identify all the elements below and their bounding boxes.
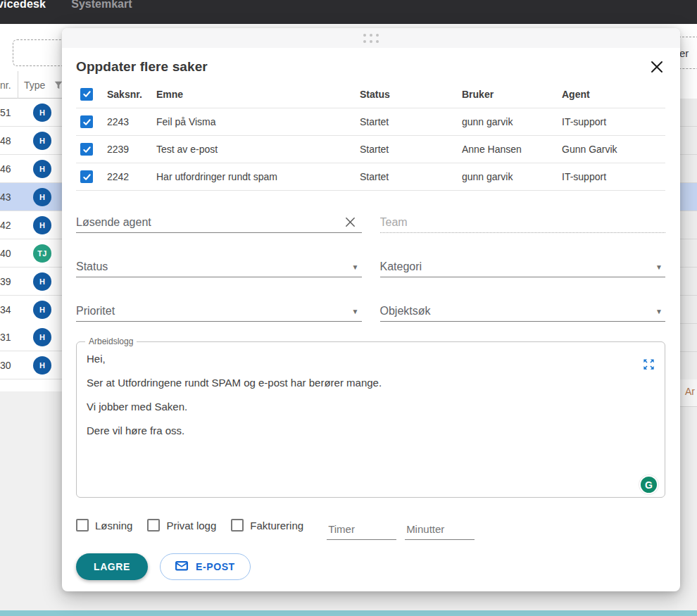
privat-logg-checkbox[interactable]: Privat logg	[147, 519, 216, 532]
case-number-fragment: 48	[0, 135, 11, 146]
grammarly-icon[interactable]: G	[639, 475, 658, 494]
background-row-fragment	[677, 239, 697, 268]
team-input[interactable]	[380, 214, 666, 229]
background-case-row[interactable]: 51H	[0, 99, 68, 127]
minutter-input[interactable]	[405, 523, 475, 540]
fakturering-checkbox[interactable]: Fakturering	[231, 519, 303, 532]
team-field[interactable]	[380, 214, 666, 233]
timer-input[interactable]	[327, 523, 396, 540]
arbeidslogg-textarea[interactable]: Arbeidslogg Hei, Ser at Utfordringene ru…	[76, 337, 665, 498]
header-agent: Agent	[562, 89, 665, 100]
case-number-fragment: 46	[0, 163, 11, 175]
right-edge-tail	[677, 407, 697, 610]
nav-item-systemkart[interactable]: Systemkart	[71, 0, 132, 12]
selected-case-row[interactable]: 2242Har utfordringer rundt spamStartetgu…	[76, 163, 665, 191]
background-case-row[interactable]: 34H	[0, 296, 68, 324]
case-type-avatar[interactable]: H	[33, 188, 51, 206]
arbeidslogg-content[interactable]: Hei, Ser at Utfordringene rundt SPAM og …	[77, 346, 665, 443]
background-row-text-fragment: Ar	[677, 379, 697, 407]
chevron-down-icon[interactable]: ▼	[352, 308, 359, 315]
selected-case-row[interactable]: 2243Feil på VismaStartetgunn garvikIT-su…	[76, 108, 665, 136]
arbeidslogg-label: Arbeidslogg	[85, 337, 137, 346]
case-type-avatar[interactable]: TJ	[33, 244, 51, 263]
case-type-avatar[interactable]: H	[33, 272, 51, 291]
dialog-title: Oppdater flere saker	[76, 59, 208, 75]
background-case-row[interactable]: 30H	[0, 351, 68, 379]
losende-agent-label: Løsende agent	[76, 216, 151, 229]
dialog-drag-handle[interactable]	[62, 28, 680, 48]
table-header-row: Saksnr. Emne Status Bruker Agent	[76, 80, 665, 108]
app-brand[interactable]: vicedesk	[0, 0, 46, 12]
losning-checkbox[interactable]: Løsning	[76, 519, 132, 532]
kategori-select[interactable]: Kategori ▼	[380, 258, 666, 277]
email-button[interactable]: E-POST	[160, 553, 251, 580]
background-row-fragment	[677, 211, 697, 239]
bulk-update-form: Løsende agent Status ▼ Kategori ▼ Priori…	[76, 214, 665, 322]
row-checkbox[interactable]	[80, 143, 93, 156]
background-case-row[interactable]: 40TJ	[0, 239, 68, 268]
prioritet-label: Prioritet	[76, 305, 115, 318]
chevron-down-icon[interactable]: ▼	[655, 263, 663, 271]
prioritet-select[interactable]: Prioritet ▼	[76, 303, 362, 322]
cell-bruker: gunn garvik	[462, 116, 562, 127]
save-button[interactable]: LAGRE	[76, 553, 148, 580]
case-number-fragment: 42	[0, 220, 11, 231]
case-type-avatar[interactable]: H	[33, 216, 51, 234]
top-navigation-bar: vicedesk Systemkart	[0, 0, 697, 24]
case-number-fragment: 34	[0, 304, 11, 315]
selected-case-row[interactable]: 2239Test av e-postStartetAnne HansenGunn…	[76, 136, 665, 163]
cell-saksnr: 2243	[107, 116, 156, 127]
case-type-avatar[interactable]: H	[33, 160, 51, 178]
header-bruker: Bruker	[462, 89, 562, 100]
background-row-fragment	[677, 99, 697, 127]
row-checkbox[interactable]	[80, 170, 93, 183]
case-number-fragment: 30	[0, 360, 11, 371]
cell-status: Startet	[360, 171, 462, 182]
background-row-fragment	[677, 183, 697, 211]
background-row-fragment	[677, 352, 697, 380]
losende-agent-field[interactable]: Løsende agent	[76, 214, 362, 233]
background-case-row[interactable]: 48H	[0, 127, 68, 155]
chevron-down-icon[interactable]: ▼	[352, 263, 359, 271]
case-number-fragment: 51	[0, 107, 11, 118]
header-status: Status	[360, 89, 462, 100]
case-type-avatar[interactable]: H	[33, 328, 51, 346]
status-select[interactable]: Status ▼	[76, 258, 362, 277]
background-case-row[interactable]: 39H	[0, 268, 68, 296]
log-line: Hei,	[87, 347, 655, 371]
case-type-avatar[interactable]: H	[33, 132, 51, 150]
background-case-row[interactable]: 42H	[0, 211, 68, 239]
checkbox-unchecked-icon[interactable]	[76, 519, 89, 532]
checkbox-unchecked-icon[interactable]	[147, 519, 160, 532]
background-case-row[interactable]: 43H	[0, 183, 68, 211]
chevron-down-icon[interactable]: ▼	[655, 308, 663, 315]
log-line: Ser at Utfordringene rundt SPAM og e-pos…	[87, 371, 655, 395]
objektsok-select[interactable]: Objektsøk ▼	[380, 303, 666, 322]
case-type-avatar[interactable]: H	[33, 301, 51, 319]
checkbox-unchecked-icon[interactable]	[231, 519, 244, 532]
column-divider	[18, 71, 18, 99]
background-case-row[interactable]: 46H	[0, 155, 68, 183]
privat-logg-label: Privat logg	[166, 520, 216, 532]
background-case-row[interactable]: 31H	[0, 323, 68, 351]
status-label: Status	[76, 260, 108, 273]
case-type-avatar[interactable]: H	[33, 103, 51, 122]
case-type-avatar[interactable]: H	[33, 356, 51, 375]
right-edge-panel: er Ar	[677, 24, 697, 610]
case-number-fragment: 40	[0, 248, 11, 259]
select-all-checkbox[interactable]	[80, 88, 93, 101]
clear-icon[interactable]	[344, 216, 356, 231]
close-icon[interactable]	[648, 58, 665, 75]
selected-cases-table: Saksnr. Emne Status Bruker Agent 2243Fei…	[76, 80, 665, 191]
background-row-fragment	[677, 324, 697, 352]
row-checkbox[interactable]	[80, 115, 93, 128]
objektsok-label: Objektsøk	[380, 305, 431, 318]
cell-agent: IT-support	[562, 171, 665, 182]
background-dashed-button-right[interactable]: er	[677, 37, 697, 69]
background-table-header: nr. Type	[0, 74, 68, 99]
cell-agent: Gunn Garvik	[562, 144, 665, 155]
background-row-fragment	[677, 268, 697, 296]
background-row-fragment	[677, 155, 697, 183]
header-emne: Emne	[156, 89, 360, 100]
expand-icon[interactable]	[642, 358, 655, 374]
